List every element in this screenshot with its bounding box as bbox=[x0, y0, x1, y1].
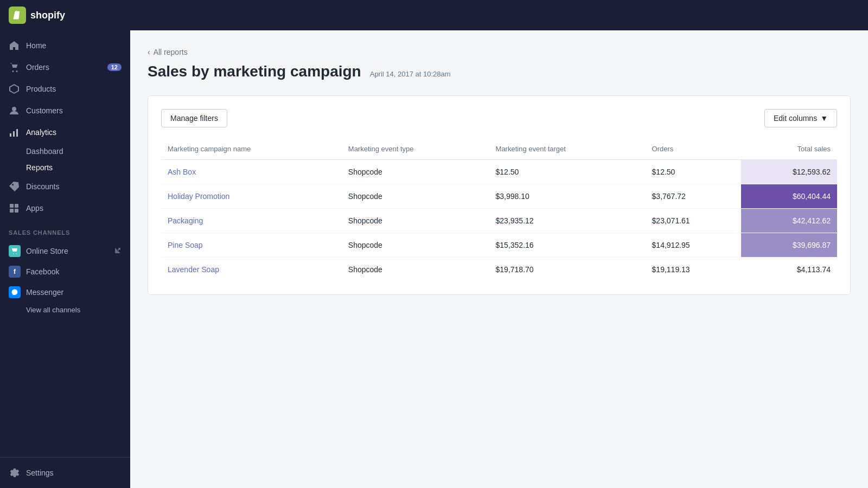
sidebar-label-products: Products bbox=[26, 85, 56, 93]
event-type-cell: Shopcode bbox=[342, 233, 489, 258]
chevron-left-icon: ‹ bbox=[148, 48, 150, 56]
sidebar-channel-messenger[interactable]: Messenger bbox=[0, 282, 130, 303]
products-icon bbox=[9, 84, 20, 94]
svg-rect-3 bbox=[16, 129, 18, 137]
event-target-cell: $15,352.16 bbox=[489, 233, 646, 258]
view-all-channels[interactable]: View all channels bbox=[0, 303, 130, 317]
sidebar-sub-dashboard[interactable]: Dashboard bbox=[0, 143, 130, 159]
sidebar-item-products[interactable]: Products bbox=[0, 78, 130, 100]
home-icon bbox=[9, 40, 20, 51]
col-header-campaign: Marketing campaign name bbox=[161, 138, 342, 160]
store-icon bbox=[9, 245, 21, 257]
svg-point-0 bbox=[12, 107, 16, 111]
table-row: Pine SoapShopcode$15,352.16$14,912.95$39… bbox=[161, 233, 837, 258]
page-subtitle: April 14, 2017 at 10:28am bbox=[370, 70, 451, 78]
sidebar-item-orders[interactable]: Orders 12 bbox=[0, 56, 130, 78]
page-title: Sales by marketing campaign bbox=[148, 63, 361, 80]
svg-rect-7 bbox=[15, 209, 18, 213]
col-header-total-sales: Total sales bbox=[741, 138, 837, 160]
sidebar-label-analytics: Analytics bbox=[26, 128, 56, 137]
sidebar-item-home[interactable]: Home bbox=[0, 35, 130, 56]
campaign-link[interactable]: Lavender Soap bbox=[168, 265, 219, 274]
external-link-icon[interactable] bbox=[114, 247, 122, 256]
table-row: PackagingShopcode$23,935.12$23,071.61$42… bbox=[161, 209, 837, 233]
breadcrumb[interactable]: ‹ All reports bbox=[148, 48, 851, 56]
svg-rect-5 bbox=[15, 204, 18, 208]
sidebar-channel-online-store[interactable]: Online Store bbox=[0, 241, 130, 261]
logo[interactable]: shopify bbox=[9, 7, 65, 24]
sidebar-item-settings[interactable]: Settings bbox=[0, 462, 130, 484]
total-sales-cell: $4,113.74 bbox=[741, 258, 837, 282]
messenger-icon bbox=[9, 286, 21, 298]
event-type-cell: Shopcode bbox=[342, 209, 489, 233]
sidebar: Home Orders 12 Products Customers Analyt… bbox=[0, 30, 130, 488]
main-content: ‹ All reports Sales by marketing campaig… bbox=[130, 30, 868, 488]
sidebar-sub-reports[interactable]: Reports bbox=[0, 159, 130, 176]
event-target-cell: $3,998.10 bbox=[489, 184, 646, 209]
sidebar-item-apps[interactable]: Apps bbox=[0, 197, 130, 219]
orders-cell: $3,767.72 bbox=[646, 184, 742, 209]
apps-icon bbox=[9, 203, 20, 214]
orders-cell: $19,119.13 bbox=[646, 258, 742, 282]
event-type-cell: Shopcode bbox=[342, 258, 489, 282]
edit-columns-button[interactable]: Edit columns ▼ bbox=[764, 109, 837, 127]
campaign-link[interactable]: Pine Soap bbox=[168, 241, 203, 249]
campaign-link[interactable]: Packaging bbox=[168, 216, 203, 225]
sidebar-label-settings: Settings bbox=[26, 468, 54, 477]
event-type-cell: Shopcode bbox=[342, 184, 489, 209]
sidebar-label-orders: Orders bbox=[26, 63, 49, 72]
settings-icon bbox=[9, 467, 20, 478]
total-sales-cell: $12,593.62 bbox=[741, 160, 837, 184]
sidebar-channel-facebook[interactable]: f Facebook bbox=[0, 261, 130, 282]
orders-icon bbox=[9, 62, 20, 73]
event-target-cell: $23,935.12 bbox=[489, 209, 646, 233]
table-row: Ash BoxShopcode$12.50$12.50$12,593.62 bbox=[161, 160, 837, 184]
campaign-name-cell: Pine Soap bbox=[161, 233, 342, 258]
svg-rect-4 bbox=[10, 204, 14, 208]
orders-cell: $23,071.61 bbox=[646, 209, 742, 233]
sidebar-label-discounts: Discounts bbox=[26, 182, 59, 191]
col-header-event-type: Marketing event type bbox=[342, 138, 489, 160]
discounts-icon bbox=[9, 181, 20, 192]
total-sales-cell: $39,696.87 bbox=[741, 233, 837, 258]
svg-rect-2 bbox=[13, 131, 15, 137]
event-target-cell: $19,718.70 bbox=[489, 258, 646, 282]
col-header-orders: Orders bbox=[646, 138, 742, 160]
campaign-name-cell: Lavender Soap bbox=[161, 258, 342, 282]
page-header: Sales by marketing campaign April 14, 20… bbox=[148, 63, 851, 80]
col-header-event-target: Marketing event target bbox=[489, 138, 646, 160]
event-target-cell: $12.50 bbox=[489, 160, 646, 184]
campaign-name-cell: Packaging bbox=[161, 209, 342, 233]
shopify-icon bbox=[9, 7, 26, 24]
report-toolbar: Manage filters Edit columns ▼ bbox=[161, 109, 837, 127]
topbar: shopify bbox=[0, 0, 868, 30]
event-type-cell: Shopcode bbox=[342, 160, 489, 184]
sidebar-item-analytics[interactable]: Analytics bbox=[0, 121, 130, 143]
sidebar-item-discounts[interactable]: Discounts bbox=[0, 176, 130, 197]
orders-cell: $12.50 bbox=[646, 160, 742, 184]
table-row: Holiday PromotionShopcode$3,998.10$3,767… bbox=[161, 184, 837, 209]
sidebar-label-apps: Apps bbox=[26, 204, 43, 213]
campaign-link[interactable]: Ash Box bbox=[168, 168, 196, 176]
topbar-title: shopify bbox=[30, 10, 65, 21]
manage-filters-button[interactable]: Manage filters bbox=[161, 109, 227, 127]
total-sales-cell: $42,412.62 bbox=[741, 209, 837, 233]
campaign-link[interactable]: Holiday Promotion bbox=[168, 192, 229, 201]
orders-badge: 12 bbox=[107, 63, 122, 71]
table-row: Lavender SoapShopcode$19,718.70$19,119.1… bbox=[161, 258, 837, 282]
analytics-icon bbox=[9, 127, 20, 138]
add-channel-icon[interactable] bbox=[113, 228, 122, 237]
customers-icon bbox=[9, 105, 20, 116]
sidebar-bottom: Settings bbox=[0, 457, 130, 488]
chevron-down-icon: ▼ bbox=[820, 114, 828, 123]
campaign-name-cell: Holiday Promotion bbox=[161, 184, 342, 209]
facebook-icon: f bbox=[9, 266, 21, 278]
sidebar-label-customers: Customers bbox=[26, 106, 63, 115]
campaign-name-cell: Ash Box bbox=[161, 160, 342, 184]
sales-channels-header: SALES CHANNELS bbox=[0, 219, 130, 241]
sidebar-label-home: Home bbox=[26, 41, 46, 50]
total-sales-cell: $60,404.44 bbox=[741, 184, 837, 209]
orders-cell: $14,912.95 bbox=[646, 233, 742, 258]
sidebar-item-customers[interactable]: Customers bbox=[0, 100, 130, 121]
svg-rect-6 bbox=[10, 209, 14, 213]
